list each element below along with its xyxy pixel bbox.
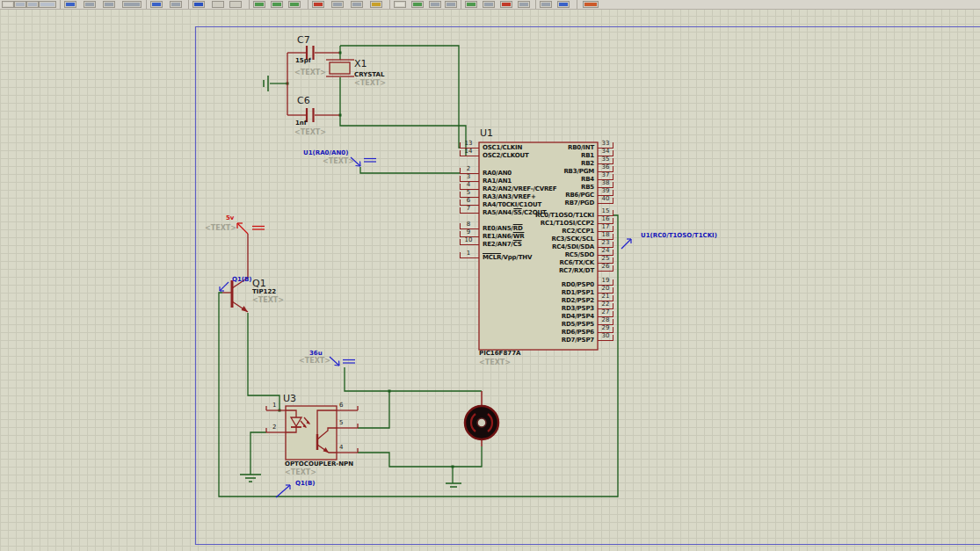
template-icon-glyph xyxy=(519,3,528,6)
chip-pin-number-7: 7 xyxy=(461,205,476,212)
c6-ref: C6 xyxy=(297,96,310,106)
paste-icon[interactable] xyxy=(229,1,242,8)
chip-pin-label-27: RD4/PSP4 xyxy=(492,313,594,320)
terminal-label-ra0[interactable]: U1(RA0/AN0) xyxy=(303,150,348,157)
help-icon[interactable] xyxy=(557,1,570,8)
selection-icon[interactable] xyxy=(331,1,344,8)
chip-pin-tick-19 xyxy=(613,279,613,285)
delete-icon[interactable] xyxy=(312,1,324,8)
motor[interactable] xyxy=(465,391,498,446)
chip-pin-label-40: RB7/PGD xyxy=(492,199,594,207)
36u-text-placeholder: <TEXT> xyxy=(299,358,330,366)
u3-pin-4: 4 xyxy=(339,445,343,452)
design-explorer-icon[interactable] xyxy=(394,1,406,8)
crystal-x1[interactable] xyxy=(326,60,354,76)
chip-pin-lead-30[interactable] xyxy=(598,340,613,341)
simulation-stop-icon-glyph xyxy=(584,3,597,6)
c6-text-placeholder: <TEXT> xyxy=(294,129,326,137)
terminal-label-rc0[interactable]: U1(RC0/T1OSO/T1CKI) xyxy=(641,233,717,240)
page-icon[interactable] xyxy=(2,1,14,8)
chip-pin-number-34: 34 xyxy=(599,148,613,155)
chip-pin-number-37: 37 xyxy=(599,171,613,178)
chip-pin-lead-1[interactable] xyxy=(460,257,479,258)
chip-pin-lead-26[interactable] xyxy=(598,271,613,272)
optocoupler-u3[interactable] xyxy=(266,406,358,460)
chip-pin-number-21: 21 xyxy=(599,293,613,300)
cursor-select-dropdown-icon[interactable] xyxy=(39,1,56,8)
5v-text-placeholder: <TEXT> xyxy=(205,225,236,233)
move-icon-glyph xyxy=(352,3,361,6)
chip-pin-tick-15 xyxy=(613,210,613,215)
power-terminal-5v[interactable] xyxy=(237,223,265,234)
chip-pin-tick-18 xyxy=(613,234,613,239)
terminal-label-q1b-bottom[interactable]: Q1(B) xyxy=(295,481,316,488)
chip-pin-label-17: RC2/CCP1 xyxy=(492,228,594,235)
schematic-canvas[interactable]: C7 15pf <TEXT> C6 1nf <TEXT> X1 CRYSTAL … xyxy=(0,0,980,551)
chip-pin-tick-35 xyxy=(613,158,613,163)
edit-properties-icon[interactable] xyxy=(370,1,382,8)
u1-text-placeholder: <TEXT> xyxy=(479,359,511,367)
options-icon[interactable] xyxy=(540,1,552,8)
chip-pin-lead-10[interactable] xyxy=(460,244,479,245)
edit-properties-icon-glyph xyxy=(372,3,381,6)
new-sheet-icon[interactable] xyxy=(411,1,424,8)
junction-dot-icon[interactable] xyxy=(271,1,283,8)
terminal-label-5v[interactable]: 5v xyxy=(226,215,234,222)
chip-pin-lead-7[interactable] xyxy=(460,213,479,214)
page-icon-glyph xyxy=(4,3,12,6)
chip-pin-number-2: 2 xyxy=(461,165,476,172)
toolbar xyxy=(0,0,980,10)
design-explorer-icon-glyph xyxy=(396,3,404,6)
wire-ra0 xyxy=(360,167,460,173)
electrical-rule-check-icon[interactable] xyxy=(483,1,495,8)
q1-value: TIP122 xyxy=(252,289,276,296)
origin-icon[interactable] xyxy=(26,1,39,8)
undo-icon[interactable] xyxy=(150,1,163,8)
wire-label-icon[interactable] xyxy=(288,1,301,8)
chip-pin-number-20: 20 xyxy=(599,285,613,292)
zoom-extents-icon[interactable] xyxy=(122,1,142,8)
component-mode-icon[interactable] xyxy=(253,1,265,8)
proteus-isis-window: C7 15pf <TEXT> C6 1nf <TEXT> X1 CRYSTAL … xyxy=(0,0,980,551)
chip-pin-number-6: 6 xyxy=(461,197,476,204)
bill-of-materials-icon[interactable] xyxy=(465,1,477,8)
chip-pin-label-18: RC3/SCK/SCL xyxy=(492,236,594,243)
grid-icon[interactable] xyxy=(14,1,26,8)
u3-text-placeholder: <TEXT> xyxy=(285,469,316,477)
terminal-label-q1b-base[interactable]: Q1(B) xyxy=(232,277,252,284)
zoom-out-icon-glyph xyxy=(105,3,113,6)
chip-pin-tick-29 xyxy=(613,327,613,332)
redo-icon[interactable] xyxy=(170,1,182,8)
chip-pin-tick-37 xyxy=(613,174,613,179)
chip-pin-lead-40[interactable] xyxy=(598,203,613,204)
chip-pin-label-23: RC4/SDI/SDA xyxy=(492,243,594,250)
chip-pin-number-40: 40 xyxy=(599,195,613,202)
pan-view-icon[interactable] xyxy=(64,1,76,8)
simulation-stop-icon[interactable] xyxy=(583,1,599,8)
template-icon[interactable] xyxy=(518,1,530,8)
transistor-q1[interactable] xyxy=(222,234,248,312)
wire-opto-cathode-ground xyxy=(250,432,266,475)
schematic-graphics xyxy=(0,0,980,551)
wire-motor-rail xyxy=(345,367,482,391)
move-icon[interactable] xyxy=(351,1,363,8)
netlist-transfer-icon[interactable] xyxy=(500,1,512,8)
zoom-in-icon-glyph xyxy=(85,3,94,6)
wire-label-icon-glyph xyxy=(290,3,299,6)
chip-pin-label-25: RC6/TX/CK xyxy=(492,259,594,266)
c7-text-placeholder: <TEXT> xyxy=(294,69,326,77)
zoom-out-icon[interactable] xyxy=(103,1,115,8)
netlist-transfer-icon-glyph xyxy=(502,3,511,6)
cursor-select-dropdown-icon-glyph xyxy=(40,3,54,6)
sheet-list-icon[interactable] xyxy=(429,1,441,8)
mark-output-icon[interactable] xyxy=(445,1,457,8)
copy-icon[interactable] xyxy=(212,1,224,8)
chip-pin-tick-28 xyxy=(613,319,613,324)
zoom-in-icon[interactable] xyxy=(83,1,96,8)
chip-pin-number-26: 26 xyxy=(599,263,613,270)
find-component-icon[interactable] xyxy=(192,1,205,8)
chip-pin-lead-14[interactable] xyxy=(460,156,479,156)
chip-pin-number-29: 29 xyxy=(599,324,613,331)
u3-value: OPTOCOUPLER-NPN xyxy=(285,461,353,468)
terminal-ra0 xyxy=(351,157,376,166)
